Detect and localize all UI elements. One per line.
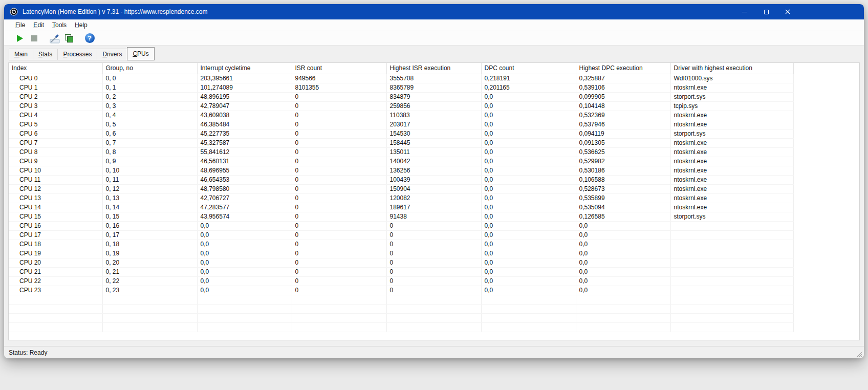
table-cell: 0, 17 [102, 230, 197, 240]
table-cell: 0, 9 [102, 157, 197, 166]
table-row[interactable]: CPU 230, 230,0000,00,0 [9, 286, 793, 295]
table-cell: 0,0 [197, 230, 292, 240]
table-cell: 3555708 [386, 74, 481, 83]
column-header-cycletime[interactable]: Interrupt cycletime [197, 63, 292, 74]
table-cell [102, 313, 197, 322]
table-cell: 0,091305 [576, 138, 670, 147]
table-empty-row [9, 295, 793, 304]
stop-icon [31, 35, 37, 41]
table-cell: 0,0 [576, 249, 670, 258]
table-cell: storport.sys [670, 212, 793, 221]
column-header-isr-count[interactable]: ISR count [292, 63, 386, 74]
table-cell: 0,0 [481, 267, 576, 276]
table-cell: 0,201165 [481, 83, 576, 92]
table-cell: 0,0 [481, 221, 576, 230]
column-header-driver[interactable]: Driver with highest execution [670, 63, 793, 74]
start-monitor-button[interactable] [13, 32, 27, 45]
tab-main[interactable]: Main [9, 49, 33, 60]
column-header-isr-exec[interactable]: Highest ISR execution [386, 63, 481, 74]
table-cell: storport.sys [670, 92, 793, 101]
column-header-dpc-exec[interactable]: Highest DPC execution [576, 63, 670, 74]
table-cell: 0 [386, 249, 481, 258]
minimize-button[interactable] [734, 4, 755, 19]
copy-report-button[interactable] [62, 32, 76, 45]
close-button[interactable] [777, 4, 798, 19]
stop-monitor-button[interactable] [27, 32, 41, 45]
table-cell: 0,535094 [576, 203, 670, 212]
table-cell: 46,385484 [197, 120, 292, 129]
tab-drivers[interactable]: Drivers [97, 49, 127, 60]
tab-strip: Main Stats Processes Drivers CPUs [9, 47, 155, 60]
copy-icon [64, 33, 74, 44]
maximize-button[interactable] [755, 4, 777, 19]
column-header-index[interactable]: Index [9, 63, 102, 74]
table-cell: 0,535899 [576, 193, 670, 203]
table-row[interactable]: CPU 150, 1543,9565740914380,00,126585sto… [9, 212, 793, 221]
table-cell [670, 249, 793, 258]
table-cell: 0, 12 [102, 184, 197, 193]
table-cell: 0 [292, 203, 386, 212]
help-button[interactable]: ? [82, 32, 97, 45]
menu-item-help[interactable]: Help [71, 19, 92, 31]
table-row[interactable]: CPU 120, 1248,79858001509040,00,528673nt… [9, 184, 793, 193]
table-row[interactable]: CPU 170, 170,0000,00,0 [9, 230, 793, 240]
table-row[interactable]: CPU 110, 1146,65435301004390,00,106588nt… [9, 175, 793, 184]
table-row[interactable]: CPU 100, 1048,69695501362560,00,530186nt… [9, 166, 793, 175]
table-cell: ntoskrnl.exe [670, 175, 793, 184]
table-cell [9, 295, 102, 304]
table-cell: 43,956574 [197, 212, 292, 221]
table-row[interactable]: CPU 80, 855,84161201350110,00,536625ntos… [9, 147, 793, 157]
table-cell: 0,0 [197, 258, 292, 267]
table-cell [102, 322, 197, 332]
table-row[interactable]: CPU 220, 220,0000,00,0 [9, 276, 793, 286]
options-button[interactable] [48, 32, 62, 45]
table-row[interactable]: CPU 180, 180,0000,00,0 [9, 240, 793, 249]
table-cell: 0,0 [197, 276, 292, 286]
table-cell: 0,126585 [576, 212, 670, 221]
table-cell: CPU 20 [9, 258, 102, 267]
column-header-group-no[interactable]: Group, no [102, 63, 197, 74]
close-icon [785, 9, 790, 14]
table-row[interactable]: CPU 00, 0203,39566194956635557080,218191… [9, 74, 793, 83]
table-cell: Wdf01000.sys [670, 74, 793, 83]
table-cell: 203,395661 [197, 74, 292, 83]
menu-item-edit[interactable]: Edit [29, 19, 48, 31]
table-row[interactable]: CPU 60, 645,22773501545300,00,094119stor… [9, 129, 793, 138]
latencymon-window: LatencyMon (Home Edition ) v 7.31 - http… [4, 4, 864, 358]
tab-cpus[interactable]: CPUs [127, 47, 154, 60]
menu-item-tools[interactable]: Tools [48, 19, 71, 31]
tab-processes[interactable]: Processes [58, 49, 97, 60]
table-cell: 0 [292, 286, 386, 295]
table-cell: CPU 3 [9, 101, 102, 111]
table-row[interactable]: CPU 210, 210,0000,00,0 [9, 267, 793, 276]
table-cell: 140042 [386, 157, 481, 166]
table-row[interactable]: CPU 30, 342,78904702598560,00,104148tcpi… [9, 101, 793, 111]
table-row[interactable]: CPU 90, 946,56013101400420,00,529982ntos… [9, 157, 793, 166]
table-row[interactable]: CPU 70, 745,32758701584450,00,091305ntos… [9, 138, 793, 147]
toolbar: ? [4, 31, 864, 46]
table-cell: 0 [386, 221, 481, 230]
table-cell: 136256 [386, 166, 481, 175]
table-row[interactable]: CPU 20, 248,89619508348790,00,099905stor… [9, 92, 793, 101]
table-cell [197, 295, 292, 304]
table-cell: 0,0 [576, 267, 670, 276]
table-row[interactable]: CPU 140, 1447,28357701896170,00,535094nt… [9, 203, 793, 212]
table-row[interactable]: CPU 160, 160,0000,00,0 [9, 221, 793, 230]
menu-item-file[interactable]: File [11, 19, 29, 31]
column-header-dpc-count[interactable]: DPC count [481, 63, 576, 74]
table-cell: 0,094119 [576, 129, 670, 138]
table-row[interactable]: CPU 130, 1342,70672701200820,00,535899nt… [9, 193, 793, 203]
table-cell: 0,0 [481, 286, 576, 295]
app-icon [10, 8, 18, 16]
tab-stats[interactable]: Stats [33, 49, 58, 60]
table-row[interactable]: CPU 190, 190,0000,00,0 [9, 249, 793, 258]
resize-grip[interactable] [856, 351, 863, 357]
table-cell: 0 [386, 258, 481, 267]
table-row[interactable]: CPU 40, 443,60903801103830,00,532369ntos… [9, 111, 793, 120]
table-row[interactable]: CPU 50, 546,38548402030170,00,537946ntos… [9, 120, 793, 129]
table-row[interactable]: CPU 10, 1101,274089810135583657890,20116… [9, 83, 793, 92]
table-cell: 0,530186 [576, 166, 670, 175]
table-cell: CPU 23 [9, 286, 102, 295]
table-cell [292, 313, 386, 322]
table-row[interactable]: CPU 200, 200,0000,00,0 [9, 258, 793, 267]
